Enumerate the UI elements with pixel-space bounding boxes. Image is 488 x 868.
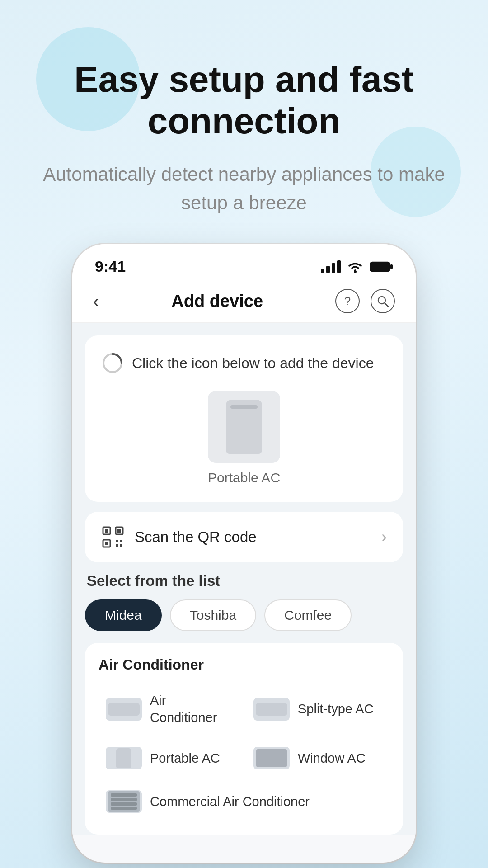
svg-point-0 <box>354 270 357 273</box>
device-thumb-split <box>253 698 290 721</box>
signal-icon <box>321 260 341 273</box>
svg-rect-13 <box>120 540 122 542</box>
device-name-ac: Air Conditioner <box>150 692 235 726</box>
svg-rect-14 <box>116 544 118 547</box>
phone-content: Click the icon below to add the device P… <box>72 323 416 835</box>
hero-subtitle: Automatically detect nearby appliances t… <box>36 160 452 217</box>
qr-text: Scan the QR code <box>135 528 257 546</box>
device-thumb-commercial <box>106 790 142 813</box>
svg-rect-1 <box>370 262 390 271</box>
brand-chip-toshiba[interactable]: Toshiba <box>170 599 256 631</box>
svg-rect-2 <box>390 264 393 269</box>
search-button[interactable] <box>371 289 395 313</box>
device-thumb-portable <box>106 747 142 769</box>
device-name-split: Split-type AC <box>298 701 374 718</box>
svg-rect-10 <box>117 529 121 533</box>
commercial-shape <box>108 791 140 812</box>
select-title: Select from the list <box>85 572 403 590</box>
device-name-window: Window AC <box>298 750 366 767</box>
svg-line-4 <box>385 303 388 307</box>
phone-mockup: 9:41 <box>0 244 488 863</box>
device-list-card: Air Conditioner Air Conditioner <box>85 643 403 835</box>
svg-rect-11 <box>105 542 108 545</box>
status-time: 9:41 <box>95 258 126 275</box>
qr-left: Scan the QR code <box>101 525 257 549</box>
qr-scan-card[interactable]: Scan the QR code › <box>85 512 403 562</box>
nav-title: Add device <box>171 292 263 311</box>
svg-rect-15 <box>120 544 122 547</box>
hero-section: Easy setup and fast connection Automatic… <box>0 0 488 244</box>
device-thumb-window <box>253 747 290 769</box>
qr-code-icon <box>101 525 125 549</box>
split-shape <box>256 703 287 716</box>
wifi-icon <box>347 260 363 273</box>
detect-spin-icon <box>101 352 124 374</box>
status-icons <box>321 260 393 273</box>
back-button[interactable]: ‹ <box>93 291 99 311</box>
list-item[interactable]: Portable AC <box>99 739 242 778</box>
svg-rect-9 <box>105 529 108 533</box>
list-item[interactable]: Split-type AC <box>246 684 389 734</box>
phone-frame: 9:41 <box>72 244 416 863</box>
list-item[interactable]: Commercial Air Conditioner <box>99 782 389 821</box>
device-category-title: Air Conditioner <box>99 656 389 673</box>
list-item[interactable]: Air Conditioner <box>99 684 242 734</box>
portable-shape <box>116 748 131 768</box>
list-item[interactable]: Window AC <box>246 739 389 778</box>
battery-icon <box>370 260 393 273</box>
chevron-right-icon: › <box>381 528 387 547</box>
help-button[interactable]: ? <box>335 289 360 313</box>
brand-chip-comfee[interactable]: Comfee <box>264 599 352 631</box>
status-bar: 9:41 <box>72 244 416 280</box>
device-preview-label: Portable AC <box>208 470 280 486</box>
device-grid: Air Conditioner Split-type AC <box>99 684 389 778</box>
detect-hint-text: Click the icon below to add the device <box>132 355 374 372</box>
window-shape <box>256 749 287 767</box>
detect-card: Click the icon below to add the device P… <box>85 335 403 502</box>
svg-rect-12 <box>116 540 118 542</box>
brand-chip-midea[interactable]: Midea <box>85 599 162 631</box>
hero-title: Easy setup and fast connection <box>36 59 452 142</box>
portable-ac-shape <box>226 400 262 454</box>
device-name-commercial: Commercial Air Conditioner <box>150 793 310 811</box>
device-preview[interactable]: Portable AC <box>101 391 387 486</box>
nav-bar: ‹ Add device ? <box>72 280 416 323</box>
ac-shape <box>108 703 140 716</box>
select-section: Select from the list Midea Toshiba Comfe… <box>85 572 403 835</box>
detect-hint: Click the icon below to add the device <box>101 352 387 374</box>
brand-chips: Midea Toshiba Comfee <box>85 599 403 631</box>
nav-actions: ? <box>335 289 395 313</box>
device-image <box>208 391 280 463</box>
device-name-portable: Portable AC <box>150 750 220 767</box>
device-thumb-ac <box>106 698 142 721</box>
